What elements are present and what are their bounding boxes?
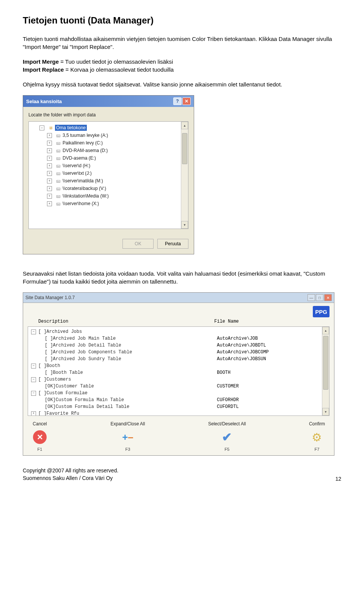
action-select[interactable]: Select/Deselect All ✔ F5 <box>208 421 246 452</box>
scroll-thumb[interactable] <box>182 133 187 164</box>
expand-icon[interactable]: − <box>31 391 36 396</box>
tree-root-label: Oma tietokone <box>55 125 87 131</box>
gear-icon: ⚙ <box>312 431 322 444</box>
page-footer: Copyright @2007 All rights are reserved.… <box>23 467 341 482</box>
drive-icon: 🖴 <box>55 163 61 168</box>
tree-item[interactable]: +🖴\\coratera\backup (V:) <box>39 185 186 192</box>
cancel-button[interactable]: Peruuta <box>157 239 188 249</box>
expand-icon[interactable]: + <box>47 141 52 146</box>
tree-item[interactable]: +🖴Paikallinen levy (C:) <box>39 139 186 147</box>
row-label: [ ]Booth <box>38 363 60 368</box>
column-headers: Description File Name <box>23 319 334 326</box>
tree-item[interactable]: +🖴\\linkstation\Media (W:) <box>39 192 186 200</box>
tree-item-label: DVD-RAM-asema (D:) <box>63 148 108 153</box>
page-heading: Tietojen tuonti (Data Manager) <box>23 15 341 26</box>
expand-icon[interactable]: + <box>47 148 52 153</box>
tree-item[interactable]: +🖴DVD-RAM-asema (D:) <box>39 147 186 154</box>
list-item[interactable]: [OK]Custom Formula Main TableCUFORHDR <box>31 397 329 403</box>
row-filename: AutoArchive\JOBCOMP <box>217 350 269 355</box>
expand-icon[interactable]: − <box>31 329 36 334</box>
collapse-icon[interactable]: − <box>39 125 44 130</box>
list-item[interactable]: [OK]Customer TableCUSTOMER <box>31 383 329 390</box>
maximize-button[interactable]: □ <box>316 294 323 301</box>
translation-credit: Suomennos Saku Allen / Cora Väri Oy <box>23 475 118 482</box>
list-item[interactable]: [ ]Archived Job Components TableAutoArch… <box>31 349 329 356</box>
list-item[interactable]: [ ]Archived Job Sundry TableAutoArchive\… <box>31 356 329 362</box>
drive-icon: 🖴 <box>55 186 61 191</box>
expand-icon[interactable]: + <box>47 163 52 168</box>
list-group[interactable]: −[ ]Archived Jobs <box>31 328 329 335</box>
merge-label: Import Merge <box>23 58 59 65</box>
data-list[interactable]: −[ ]Archived Jobs[ ]Archived Job Main Ta… <box>28 326 329 416</box>
drive-icon: 🖴 <box>55 171 61 176</box>
scroll-up-icon[interactable]: ▲ <box>322 327 329 334</box>
expand-icon[interactable]: + <box>47 179 52 183</box>
row-filename: AutoArchive\JOBSUN <box>217 356 266 362</box>
tree-item[interactable]: +🖴\\server\txt (J:) <box>39 169 186 177</box>
row-filename: CUFORHDR <box>217 397 239 403</box>
scroll-thumb[interactable] <box>323 336 328 390</box>
fkey-f5: F5 <box>208 447 246 452</box>
row-label: [ ]Custom Formulae <box>38 390 88 396</box>
row-filename: AutoArchive\JOB <box>217 336 258 341</box>
row-filename: CUSTOMER <box>217 384 239 389</box>
close-button[interactable]: ✕ <box>182 97 191 105</box>
expand-icon[interactable]: − <box>31 364 36 368</box>
tree-item[interactable]: +🖴3,5 tuuman levyke (A:) <box>39 132 186 139</box>
row-label: [OK]Customer Table <box>45 384 94 389</box>
app-titlebar: Site Data Manager 1.0.7 ― □ ✕ <box>23 293 334 303</box>
fkey-f1: F1 <box>32 447 47 452</box>
tree-item-label: DVD-asema (E:) <box>63 155 96 161</box>
list-item[interactable]: [ ]Archived Job Detail TableAutoArchive\… <box>31 342 329 349</box>
minimize-button[interactable]: ― <box>308 294 315 301</box>
list-group[interactable]: −[ ]Customers <box>31 376 329 383</box>
list-group[interactable]: −[ ]Booth <box>31 362 329 369</box>
ok-button[interactable]: OK <box>122 239 154 249</box>
action-confirm[interactable]: Confirm ⚙ F7 <box>309 421 325 452</box>
row-label: [ ]Favorite Rfu <box>38 411 79 416</box>
tree-item-label: \\server\matilda (M:) <box>63 178 103 183</box>
site-data-manager-window: Site Data Manager 1.0.7 ― □ ✕ PPG Descri… <box>23 292 334 456</box>
list-group[interactable]: +[ ]Favorite Rfu <box>31 410 329 416</box>
list-item[interactable]: [ ]Booth TableBOOTH <box>31 369 329 376</box>
action-expand-label: Expand/Close All <box>111 421 145 427</box>
action-expand[interactable]: Expand/Close All +– F3 <box>111 421 145 452</box>
tree-item[interactable]: +🖴\\server\d (H:) <box>39 162 186 169</box>
row-label: [OK]Custom Formula Detail Table <box>45 404 129 409</box>
expand-icon[interactable]: + <box>47 194 52 199</box>
tree-item[interactable]: +🖴\\server\matilda (M:) <box>39 177 186 185</box>
row-label: [ ]Archived Job Sundry Table <box>45 356 121 362</box>
scroll-down-icon[interactable]: ▼ <box>181 221 188 229</box>
tree-item[interactable]: +🖴DVD-asema (E:) <box>39 154 186 162</box>
expand-icon[interactable]: + <box>47 171 52 176</box>
tree-root[interactable]: − 🖥 Oma tietokone <box>39 124 186 132</box>
expand-icon[interactable]: + <box>47 133 52 138</box>
tree-item-label: \\server\home (X:) <box>63 201 99 206</box>
folder-tree[interactable]: − 🖥 Oma tietokone +🖴3,5 tuuman levyke (A… <box>28 121 188 229</box>
list-group[interactable]: −[ ]Custom Formulae <box>31 390 329 397</box>
expand-icon[interactable]: + <box>47 186 52 191</box>
expand-icon[interactable]: + <box>31 411 36 416</box>
scroll-down-icon[interactable]: ▼ <box>322 408 329 416</box>
row-filename: BOOTH <box>217 370 231 375</box>
cancel-icon: ✕ <box>33 430 47 444</box>
row-label: [ ]Customers <box>38 377 71 382</box>
help-button[interactable]: ? <box>173 97 182 105</box>
expand-icon[interactable]: + <box>47 156 52 161</box>
page-number: 12 <box>335 476 341 482</box>
close-button[interactable]: ✕ <box>324 294 332 301</box>
list-item[interactable]: [OK]Custom Formula Detail TableCUFORDTL <box>31 403 329 410</box>
scroll-up-icon[interactable]: ▲ <box>181 122 188 129</box>
action-cancel[interactable]: Cancel ✕ F1 <box>32 421 47 452</box>
tree-item[interactable]: +🖴\\server\home (X:) <box>39 200 186 207</box>
row-label: [ ]Archived Job Components Table <box>45 350 132 355</box>
list-item[interactable]: [ ]Archived Job Main TableAutoArchive\JO… <box>31 335 329 342</box>
scrollbar[interactable]: ▲ ▼ <box>181 122 188 229</box>
expand-icon[interactable]: + <box>47 201 52 206</box>
drive-icon: 🖴 <box>55 148 61 153</box>
dialog-titlebar: Selaa kansioita ? ✕ <box>23 96 194 107</box>
tree-item-label: \\coratera\backup (V:) <box>63 186 106 191</box>
list-scrollbar[interactable]: ▲ ▼ <box>322 327 329 416</box>
action-confirm-label: Confirm <box>309 421 325 427</box>
expand-icon[interactable]: − <box>31 377 36 382</box>
